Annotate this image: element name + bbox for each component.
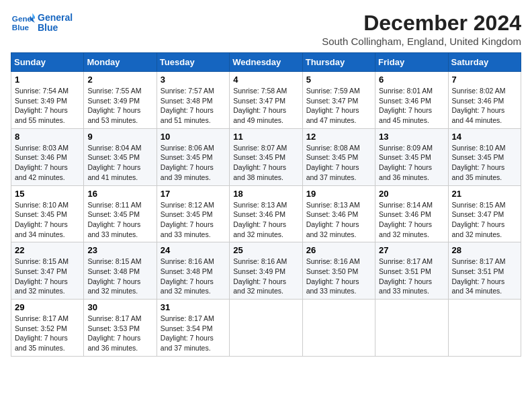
calendar-cell: 3 Sunrise: 7:57 AMSunset: 3:48 PMDayligh…	[157, 72, 229, 129]
calendar-cell: 26 Sunrise: 8:16 AMSunset: 3:50 PMDaylig…	[302, 242, 375, 300]
logo-line2: Blue	[38, 23, 73, 33]
day-number: 24	[161, 245, 226, 255]
calendar-table: SundayMondayTuesdayWednesdayThursdayFrid…	[11, 52, 521, 357]
day-number: 10	[161, 132, 226, 142]
calendar-cell: 20 Sunrise: 8:14 AMSunset: 3:46 PMDaylig…	[375, 185, 448, 242]
page-header: General Blue General Blue December 2024 …	[11, 11, 521, 47]
cell-info: Sunrise: 8:16 AMSunset: 3:48 PMDaylight:…	[161, 257, 214, 295]
week-row-2: 8 Sunrise: 8:03 AMSunset: 3:46 PMDayligh…	[11, 128, 521, 185]
day-number: 7	[452, 75, 517, 85]
day-number: 8	[15, 132, 80, 142]
cell-info: Sunrise: 8:01 AMSunset: 3:46 PMDaylight:…	[379, 87, 433, 124]
cell-info: Sunrise: 8:11 AMSunset: 3:45 PMDaylight:…	[87, 201, 141, 238]
cell-info: Sunrise: 8:04 AMSunset: 3:45 PMDaylight:…	[87, 144, 141, 181]
calendar-cell: 12 Sunrise: 8:08 AMSunset: 3:45 PMDaylig…	[302, 128, 375, 185]
day-number: 11	[233, 132, 298, 142]
calendar-cell: 25 Sunrise: 8:16 AMSunset: 3:49 PMDaylig…	[230, 242, 302, 300]
cell-info: Sunrise: 8:10 AMSunset: 3:45 PMDaylight:…	[15, 201, 69, 238]
calendar-cell: 27 Sunrise: 8:17 AMSunset: 3:51 PMDaylig…	[375, 242, 448, 300]
day-number: 3	[161, 75, 226, 85]
col-header-thursday: Thursday	[302, 53, 375, 72]
calendar-cell: 2 Sunrise: 7:55 AMSunset: 3:49 PMDayligh…	[84, 72, 157, 129]
calendar-cell: 1 Sunrise: 7:54 AMSunset: 3:49 PMDayligh…	[11, 72, 84, 129]
calendar-cell: 5 Sunrise: 7:59 AMSunset: 3:47 PMDayligh…	[302, 72, 375, 129]
cell-info: Sunrise: 8:09 AMSunset: 3:45 PMDaylight:…	[379, 144, 433, 181]
cell-info: Sunrise: 7:59 AMSunset: 3:47 PMDaylight:…	[306, 87, 360, 124]
col-header-wednesday: Wednesday	[230, 53, 302, 72]
cell-info: Sunrise: 7:57 AMSunset: 3:48 PMDaylight:…	[161, 87, 214, 124]
week-row-3: 15 Sunrise: 8:10 AMSunset: 3:45 PMDaylig…	[11, 185, 521, 242]
col-header-tuesday: Tuesday	[157, 53, 229, 72]
calendar-header-row: SundayMondayTuesdayWednesdayThursdayFrid…	[11, 53, 521, 72]
day-number: 16	[87, 189, 152, 199]
cell-info: Sunrise: 7:55 AMSunset: 3:49 PMDaylight:…	[87, 87, 141, 124]
calendar-cell: 15 Sunrise: 8:10 AMSunset: 3:45 PMDaylig…	[11, 185, 84, 242]
calendar-cell	[448, 300, 521, 357]
week-row-1: 1 Sunrise: 7:54 AMSunset: 3:49 PMDayligh…	[11, 72, 521, 129]
calendar-cell: 18 Sunrise: 8:13 AMSunset: 3:46 PMDaylig…	[230, 185, 302, 242]
logo: General Blue General Blue	[11, 11, 73, 35]
week-row-5: 29 Sunrise: 8:17 AMSunset: 3:52 PMDaylig…	[11, 300, 521, 357]
day-number: 20	[379, 189, 444, 199]
calendar-cell: 28 Sunrise: 8:17 AMSunset: 3:51 PMDaylig…	[448, 242, 521, 300]
cell-info: Sunrise: 8:07 AMSunset: 3:45 PMDaylight:…	[233, 144, 287, 181]
day-number: 22	[15, 245, 80, 255]
day-number: 5	[306, 75, 371, 85]
day-number: 25	[233, 245, 298, 255]
cell-info: Sunrise: 8:16 AMSunset: 3:49 PMDaylight:…	[233, 257, 287, 295]
cell-info: Sunrise: 8:14 AMSunset: 3:46 PMDaylight:…	[379, 201, 433, 238]
day-number: 14	[452, 132, 517, 142]
cell-info: Sunrise: 8:17 AMSunset: 3:52 PMDaylight:…	[15, 314, 69, 352]
day-number: 4	[233, 75, 298, 85]
calendar-cell: 7 Sunrise: 8:02 AMSunset: 3:46 PMDayligh…	[448, 72, 521, 129]
calendar-cell: 29 Sunrise: 8:17 AMSunset: 3:52 PMDaylig…	[11, 300, 84, 357]
day-number: 17	[161, 189, 226, 199]
cell-info: Sunrise: 8:13 AMSunset: 3:46 PMDaylight:…	[306, 201, 360, 238]
day-number: 15	[15, 189, 80, 199]
cell-info: Sunrise: 8:15 AMSunset: 3:47 PMDaylight:…	[452, 201, 506, 238]
day-number: 13	[379, 132, 444, 142]
cell-info: Sunrise: 7:58 AMSunset: 3:47 PMDaylight:…	[233, 87, 287, 124]
cell-info: Sunrise: 8:17 AMSunset: 3:51 PMDaylight:…	[452, 257, 506, 295]
day-number: 9	[87, 132, 152, 142]
day-number: 23	[87, 245, 152, 255]
calendar-cell: 17 Sunrise: 8:12 AMSunset: 3:45 PMDaylig…	[157, 185, 229, 242]
title-block: December 2024 South Collingham, England,…	[322, 11, 521, 47]
cell-info: Sunrise: 8:03 AMSunset: 3:46 PMDaylight:…	[15, 144, 69, 181]
day-number: 30	[87, 302, 152, 312]
day-number: 6	[379, 75, 444, 85]
day-number: 21	[452, 189, 517, 199]
week-row-4: 22 Sunrise: 8:15 AMSunset: 3:47 PMDaylig…	[11, 242, 521, 300]
day-number: 18	[233, 189, 298, 199]
cell-info: Sunrise: 8:15 AMSunset: 3:47 PMDaylight:…	[15, 257, 69, 295]
day-number: 26	[306, 245, 371, 255]
cell-info: Sunrise: 8:17 AMSunset: 3:51 PMDaylight:…	[379, 257, 433, 295]
calendar-cell: 31 Sunrise: 8:17 AMSunset: 3:54 PMDaylig…	[157, 300, 229, 357]
calendar-cell: 21 Sunrise: 8:15 AMSunset: 3:47 PMDaylig…	[448, 185, 521, 242]
calendar-cell: 11 Sunrise: 8:07 AMSunset: 3:45 PMDaylig…	[230, 128, 302, 185]
calendar-cell: 13 Sunrise: 8:09 AMSunset: 3:45 PMDaylig…	[375, 128, 448, 185]
logo-icon: General Blue	[11, 11, 35, 35]
calendar-cell: 22 Sunrise: 8:15 AMSunset: 3:47 PMDaylig…	[11, 242, 84, 300]
calendar-cell: 8 Sunrise: 8:03 AMSunset: 3:46 PMDayligh…	[11, 128, 84, 185]
cell-info: Sunrise: 8:15 AMSunset: 3:48 PMDaylight:…	[87, 257, 141, 295]
calendar-cell: 9 Sunrise: 8:04 AMSunset: 3:45 PMDayligh…	[84, 128, 157, 185]
day-number: 19	[306, 189, 371, 199]
calendar-cell: 10 Sunrise: 8:06 AMSunset: 3:45 PMDaylig…	[157, 128, 229, 185]
calendar-cell: 4 Sunrise: 7:58 AMSunset: 3:47 PMDayligh…	[230, 72, 302, 129]
col-header-friday: Friday	[375, 53, 448, 72]
day-number: 27	[379, 245, 444, 255]
svg-text:Blue: Blue	[12, 23, 30, 32]
col-header-sunday: Sunday	[11, 53, 84, 72]
cell-info: Sunrise: 8:16 AMSunset: 3:50 PMDaylight:…	[306, 257, 360, 295]
calendar-cell: 30 Sunrise: 8:17 AMSunset: 3:53 PMDaylig…	[84, 300, 157, 357]
cell-info: Sunrise: 8:10 AMSunset: 3:45 PMDaylight:…	[452, 144, 506, 181]
cell-info: Sunrise: 8:12 AMSunset: 3:45 PMDaylight:…	[161, 201, 214, 238]
cell-info: Sunrise: 8:02 AMSunset: 3:46 PMDaylight:…	[452, 87, 506, 124]
cell-info: Sunrise: 7:54 AMSunset: 3:49 PMDaylight:…	[15, 87, 69, 124]
cell-info: Sunrise: 8:08 AMSunset: 3:45 PMDaylight:…	[306, 144, 360, 181]
cell-info: Sunrise: 8:17 AMSunset: 3:53 PMDaylight:…	[87, 314, 141, 352]
subtitle: South Collingham, England, United Kingdo…	[322, 36, 521, 47]
cell-info: Sunrise: 8:17 AMSunset: 3:54 PMDaylight:…	[161, 314, 214, 352]
calendar-cell: 14 Sunrise: 8:10 AMSunset: 3:45 PMDaylig…	[448, 128, 521, 185]
